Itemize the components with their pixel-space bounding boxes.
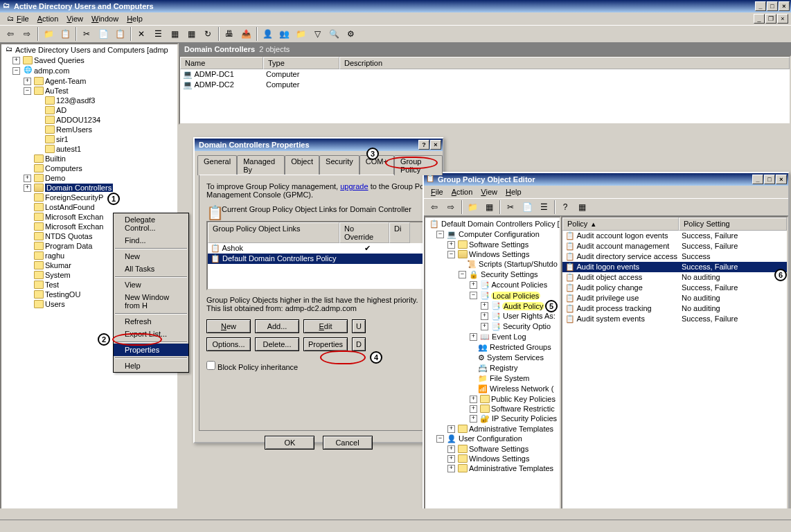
delete-button[interactable]: ✕ xyxy=(134,26,149,42)
mdi-minimize[interactable]: _ xyxy=(754,14,765,24)
tree-item[interactable]: ForeignSecurityP xyxy=(1,193,177,202)
gpe-minimize[interactable]: _ xyxy=(752,175,763,184)
minimize-button[interactable]: _ xyxy=(755,1,766,11)
tree-root[interactable]: Active Directory Users and Computers [ad… xyxy=(15,46,168,54)
ctx-new[interactable]: New xyxy=(114,250,188,263)
ctx-properties[interactable]: Properties xyxy=(114,344,188,356)
upgrade-link[interactable]: upgrade xyxy=(340,182,368,190)
tree-item[interactable]: − AuTest xyxy=(1,86,177,96)
gpe-tree-pane[interactable]: 📋 Default Domain Controllers Policy [−💻 … xyxy=(424,216,561,517)
paste-button[interactable]: 📋 xyxy=(112,26,127,42)
help-button[interactable]: ? xyxy=(418,140,429,150)
btn-up[interactable]: U xyxy=(352,319,366,333)
tree-item[interactable]: AD xyxy=(1,105,177,115)
copy-button[interactable]: 📄 xyxy=(96,26,111,42)
gpe-menu-help[interactable]: Help xyxy=(501,187,526,197)
expander[interactable]: − xyxy=(12,67,20,75)
btn-new[interactable]: New xyxy=(206,319,251,333)
col-type[interactable]: Type xyxy=(263,57,339,69)
gpe-col-setting[interactable]: Policy Setting xyxy=(679,218,787,231)
tree-domain[interactable]: admp.com xyxy=(34,66,69,75)
gp-row[interactable]: 📋 Ashok✔ xyxy=(208,243,429,254)
gpe-tree[interactable]: ▦ xyxy=(481,200,497,215)
gpe-fwd[interactable]: ⇨ xyxy=(443,200,459,215)
tree-item[interactable]: + Agent-Team xyxy=(1,76,177,86)
btn-add[interactable]: Add... xyxy=(255,319,299,333)
tab-grouppolicy[interactable]: Group Policy xyxy=(394,155,443,175)
col-desc[interactable]: Description xyxy=(339,57,790,69)
mdi-restore[interactable]: ❐ xyxy=(765,14,776,24)
tree-item[interactable]: Builtin xyxy=(1,154,177,163)
cut-button[interactable]: ✂ xyxy=(79,26,94,42)
policy-row[interactable]: 📋 Audit policy changeSuccess, Failure xyxy=(562,283,787,293)
gpe-props[interactable]: ☰ xyxy=(536,200,551,215)
tab-object[interactable]: Object xyxy=(285,155,319,175)
list-row[interactable]: 💻 ADMP-DC1Computer xyxy=(180,69,790,80)
expander[interactable]: + xyxy=(12,57,20,64)
btn-ok[interactable]: OK xyxy=(265,436,314,450)
tab-general[interactable]: General xyxy=(197,155,237,175)
expander[interactable]: + xyxy=(24,78,31,85)
show-button[interactable]: 📋 xyxy=(57,26,73,42)
ctx-newwindow[interactable]: New Window from H xyxy=(114,291,188,312)
ctx-alltasks[interactable]: All Tasks xyxy=(114,263,188,275)
ctx-view[interactable]: View xyxy=(114,278,188,291)
tree-item[interactable]: + Domain Controllers xyxy=(1,183,177,193)
content-list[interactable]: Name Type Description 💻 ADMP-DC1Computer… xyxy=(179,55,791,125)
policy-row[interactable]: 📋 Audit privilege useNo auditing xyxy=(562,293,787,303)
list-row[interactable]: 💻 ADMP-DC2Computer xyxy=(180,80,790,90)
tree-item[interactable]: autest1 xyxy=(1,144,177,154)
policy-row[interactable]: 📋 Audit directory service accessSuccess xyxy=(562,251,787,262)
btn-cancel[interactable]: Cancel xyxy=(323,436,373,450)
back-button[interactable]: ⇦ xyxy=(3,26,18,42)
gpe-up[interactable]: 📁 xyxy=(465,200,480,215)
btn-edit[interactable]: Edit xyxy=(303,319,348,333)
maximize-button[interactable]: □ xyxy=(767,1,778,11)
expander[interactable]: + xyxy=(24,184,31,192)
gpe-col-policy[interactable]: Policy ▴ xyxy=(562,218,679,231)
tree-item[interactable]: LostAndFound xyxy=(1,202,177,212)
policy-row[interactable]: 📋 Audit system eventsSuccess, Failure xyxy=(562,314,787,324)
gpe-help[interactable]: ? xyxy=(558,200,573,215)
gpe-policy-pane[interactable]: Policy ▴ Policy Setting 📋 Audit account … xyxy=(561,216,788,517)
gpe-close[interactable]: × xyxy=(776,175,787,184)
policy-row[interactable]: 📋 Audit logon eventsSuccess, Failure xyxy=(562,262,787,272)
up-button[interactable]: 📁 xyxy=(41,26,56,42)
gpe-menu-view[interactable]: View xyxy=(477,187,501,197)
tool-button2[interactable]: ▦ xyxy=(184,26,199,42)
tree-item[interactable]: sir1 xyxy=(1,134,177,144)
tab-managedby[interactable]: Managed By xyxy=(237,155,285,175)
tree-item[interactable]: + Demo xyxy=(1,173,177,183)
tree-item[interactable]: RemUsers xyxy=(1,125,177,134)
tab-security[interactable]: Security xyxy=(319,155,359,175)
tree-saved[interactable]: Saved Queries xyxy=(34,56,85,64)
menu-action[interactable]: Action xyxy=(33,14,63,24)
properties-button[interactable]: ☰ xyxy=(150,26,166,42)
export-button[interactable]: 📤 xyxy=(238,26,254,42)
gp-col-noover[interactable]: No Override xyxy=(339,222,389,243)
print-button[interactable]: 🖶 xyxy=(222,26,237,42)
scrollbar[interactable] xyxy=(0,508,791,520)
ctx-refresh[interactable]: Refresh xyxy=(114,315,188,328)
btn-properties[interactable]: Properties xyxy=(303,337,348,351)
btn-options[interactable]: Options... xyxy=(206,337,251,351)
gpe-cut[interactable]: ✂ xyxy=(503,200,518,215)
dialog-close[interactable]: × xyxy=(430,140,441,150)
policy-row[interactable]: 📋 Audit account logon eventsSuccess, Fai… xyxy=(562,231,787,241)
user-button[interactable]: 👤 xyxy=(260,26,275,42)
tree-item[interactable]: Computers xyxy=(1,163,177,173)
gpe-back[interactable]: ⇦ xyxy=(427,200,442,215)
menu-window[interactable]: Window xyxy=(87,14,123,24)
filter-button[interactable]: ▽ xyxy=(310,26,325,42)
refresh-button[interactable]: ↻ xyxy=(200,26,215,42)
gp-col-di[interactable]: Di xyxy=(389,222,410,243)
block-inheritance-checkbox[interactable] xyxy=(206,361,215,370)
gpe-ext[interactable]: ▦ xyxy=(574,200,589,215)
expander[interactable]: + xyxy=(24,175,31,182)
policy-row[interactable]: 📋 Audit process trackingNo auditing xyxy=(562,303,787,314)
ctx-help[interactable]: Help xyxy=(114,360,188,372)
btn-down[interactable]: D xyxy=(352,337,366,351)
group-button[interactable]: 👥 xyxy=(276,26,292,42)
ctx-delegate[interactable]: Delegate Control... xyxy=(114,213,188,234)
gpe-copy[interactable]: 📄 xyxy=(519,200,535,215)
